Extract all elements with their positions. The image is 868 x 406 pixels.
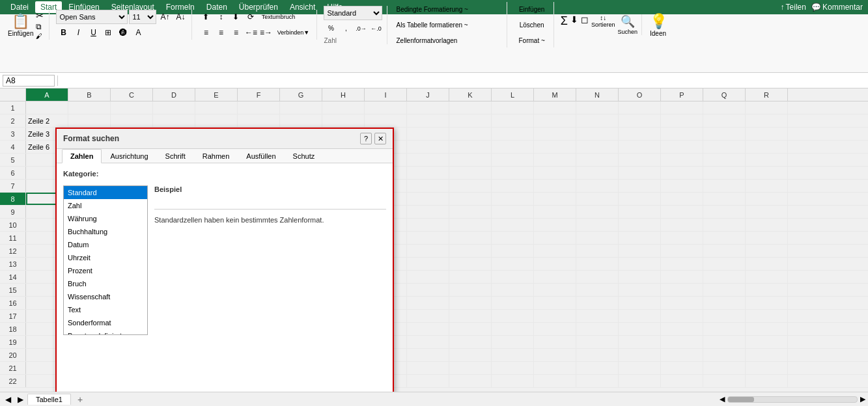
edit-group: Σ ⬇ ◻ ↕↓ Sortieren 🔍 Suchen xyxy=(557,14,642,35)
share-icon: ↑ xyxy=(781,3,785,12)
format-cells-button[interactable]: Format ~ xyxy=(514,33,549,47)
paste-button[interactable]: 📋 Einfügen xyxy=(8,13,33,37)
category-item-text[interactable]: Text xyxy=(64,303,147,316)
dialog-title-bar: Format suchen ? ✕ xyxy=(57,129,393,149)
category-item-zahl[interactable]: Zahl xyxy=(64,199,147,212)
hscroll-thumb[interactable] xyxy=(728,397,754,402)
fill-button[interactable]: ⬇ xyxy=(570,14,578,35)
conditional-format-button[interactable]: Bedingte Formatierung ~ xyxy=(393,2,471,16)
scroll-left-tab-button[interactable]: ◀ xyxy=(3,394,14,405)
sum-button[interactable]: Σ xyxy=(561,14,568,35)
align-right-button[interactable]: ≡ xyxy=(229,25,243,40)
cell-styles-button[interactable]: Zellenformatvorlagen xyxy=(393,33,460,47)
category-item-standard[interactable]: Standard xyxy=(64,186,147,199)
italic-button[interactable]: I xyxy=(71,25,85,40)
clear-button[interactable]: ◻ xyxy=(581,14,589,35)
spreadsheet-container: A B C D E F G H I J K L M N O P Q R 1 xyxy=(0,88,868,392)
tab-schrift[interactable]: Schrift xyxy=(157,149,194,163)
comment-button[interactable]: 💬 Kommentar xyxy=(811,3,863,12)
category-list-container: Standard Zahl Währung Buchhaltung Datum … xyxy=(63,185,148,391)
align-middle-button[interactable]: ↕ xyxy=(214,10,228,24)
formula-bar-divider xyxy=(57,75,58,86)
category-item-uhrzeit[interactable]: Uhrzeit xyxy=(64,251,147,264)
align-top-button[interactable]: ⬆ xyxy=(199,10,213,24)
hscroll-left-button[interactable]: ◀ xyxy=(720,395,725,403)
ideas-button[interactable]: 💡 Ideen xyxy=(650,13,667,37)
increase-decimal-button[interactable]: .0→ xyxy=(354,21,368,36)
font-grow-button[interactable]: A↑ xyxy=(158,10,172,24)
sheet-tab-tabelle1[interactable]: Tabelle1 xyxy=(27,394,71,405)
formula-bar xyxy=(0,73,868,88)
category-item-datum[interactable]: Datum xyxy=(64,238,147,251)
category-list[interactable]: Standard Zahl Währung Buchhaltung Datum … xyxy=(63,185,148,335)
tab-rahmen[interactable]: Rahmen xyxy=(194,149,238,163)
align-row2: ≡ ≡ ≡ ←≡ ≡→ Verbinden▼ xyxy=(199,25,313,40)
add-sheet-button[interactable]: + xyxy=(72,393,88,406)
name-box[interactable] xyxy=(3,75,55,87)
fill-icon: ⬇ xyxy=(570,14,578,25)
underline-button[interactable]: U xyxy=(86,25,100,40)
dialog-close-button[interactable]: ✕ xyxy=(374,133,386,144)
hscroll-right-button[interactable]: ▶ xyxy=(860,395,865,403)
category-item-waehrung[interactable]: Währung xyxy=(64,212,147,225)
ribbon-top-row: 📋 Einfügen ✂ ⧉ 🖌 Open Sans 11 A↑ xyxy=(3,16,865,34)
tab-ausfuellen[interactable]: Ausfüllen xyxy=(238,149,284,163)
decrease-decimal-button[interactable]: ←.0 xyxy=(369,21,383,36)
scroll-right-tab-button[interactable]: ▶ xyxy=(15,394,26,405)
number-format-select[interactable]: Standard xyxy=(324,6,382,20)
dialog-controls: ? ✕ xyxy=(360,133,386,144)
insert-cells-button[interactable]: Einfügen xyxy=(514,2,549,16)
find-select-button[interactable]: 🔍 Suchen xyxy=(617,14,637,35)
fill-color-button[interactable]: 🅐 xyxy=(116,25,130,40)
wrap-text-button[interactable]: Textumbruch xyxy=(259,10,298,24)
font-family-select[interactable]: Open Sans xyxy=(56,10,128,24)
sort-filter-button[interactable]: ↕↓ Sortieren xyxy=(591,14,615,35)
sort-icon: ↕↓ xyxy=(600,14,606,21)
tab-ausrichtung[interactable]: Ausrichtung xyxy=(102,149,156,163)
number-group-label: Zahl xyxy=(324,37,383,44)
tab-schutz[interactable]: Schutz xyxy=(285,149,324,163)
cut-icon[interactable]: ✂ xyxy=(36,10,44,21)
category-item-benutzerdefiniert[interactable]: Benutzerdefiniert xyxy=(64,329,147,335)
merge-center-button[interactable]: Verbinden▼ xyxy=(273,25,313,40)
format-painter-icon[interactable]: 🖌 xyxy=(36,33,44,40)
find-label: Suchen xyxy=(617,29,637,35)
category-item-sonderformat[interactable]: Sonderformat xyxy=(64,316,147,329)
as-table-button[interactable]: Als Tabelle formatieren ~ xyxy=(393,18,471,32)
category-item-bruch[interactable]: Bruch xyxy=(64,277,147,290)
align-bottom-button[interactable]: ⬇ xyxy=(229,10,243,24)
copy-icon[interactable]: ⧉ xyxy=(36,22,44,31)
share-button[interactable]: ↑ Teilen xyxy=(781,3,806,12)
formula-input[interactable] xyxy=(61,76,865,85)
find-icon: 🔍 xyxy=(621,14,635,29)
sort-label: Sortieren xyxy=(591,21,615,28)
sum-icon: Σ xyxy=(561,14,568,28)
tab-zahlen[interactable]: Zahlen xyxy=(62,149,102,163)
align-left-button[interactable]: ≡ xyxy=(199,25,213,40)
border-button[interactable]: ⊞ xyxy=(101,25,115,40)
category-item-wissenschaft[interactable]: Wissenschaft xyxy=(64,290,147,303)
alignment-group: ⬆ ↕ ⬇ ⟳ Textumbruch ≡ ≡ ≡ ←≡ ≡→ Verbinde… xyxy=(195,10,317,40)
text-angle-button[interactable]: ⟳ xyxy=(244,10,258,24)
ribbon: 📋 Einfügen ✂ ⧉ 🖌 Open Sans 11 A↑ xyxy=(0,14,868,73)
delete-cells-button[interactable]: Löschen xyxy=(514,18,549,32)
comma-button[interactable]: , xyxy=(339,21,353,36)
dialog-main-area: Standard Zahl Währung Buchhaltung Datum … xyxy=(63,185,386,391)
dialog-help-button[interactable]: ? xyxy=(360,133,372,144)
category-item-buchhaltung[interactable]: Buchhaltung xyxy=(64,225,147,238)
decrease-indent-button[interactable]: ←≡ xyxy=(244,25,258,40)
format-vorlagen-group: Bedingte Formatierung ~ Als Tabelle form… xyxy=(390,2,507,47)
paste-icon: 📋 xyxy=(12,13,29,30)
bold-button[interactable]: B xyxy=(56,25,70,40)
hscroll-track[interactable] xyxy=(727,396,858,403)
increase-indent-button[interactable]: ≡→ xyxy=(259,25,273,40)
category-item-prozent[interactable]: Prozent xyxy=(64,264,147,277)
font-color-button[interactable]: A xyxy=(131,25,145,40)
percent-button[interactable]: % xyxy=(324,21,338,36)
description-text: Standardzellen haben kein bestimmtes Zah… xyxy=(154,216,386,224)
font-shrink-button[interactable]: A↓ xyxy=(173,10,188,24)
number-group: Standard % , .0→ ←.0 Zahl xyxy=(320,6,387,44)
cells-group: Einfügen Löschen Format ~ xyxy=(510,2,553,47)
font-size-select[interactable]: 11 xyxy=(129,10,156,24)
align-center-button[interactable]: ≡ xyxy=(214,25,228,40)
